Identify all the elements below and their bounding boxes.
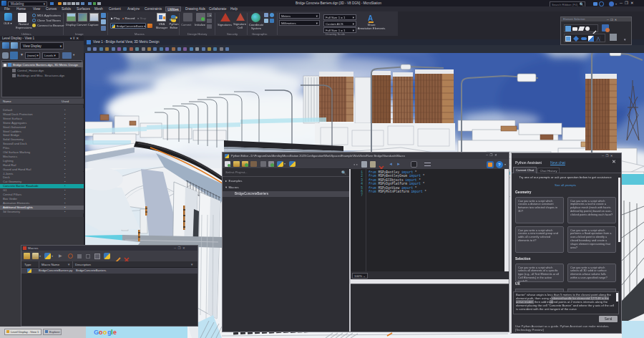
svg-text:e: e xyxy=(113,329,117,336)
svg-text:A: A xyxy=(368,14,373,22)
svg-text:G: G xyxy=(94,329,99,336)
